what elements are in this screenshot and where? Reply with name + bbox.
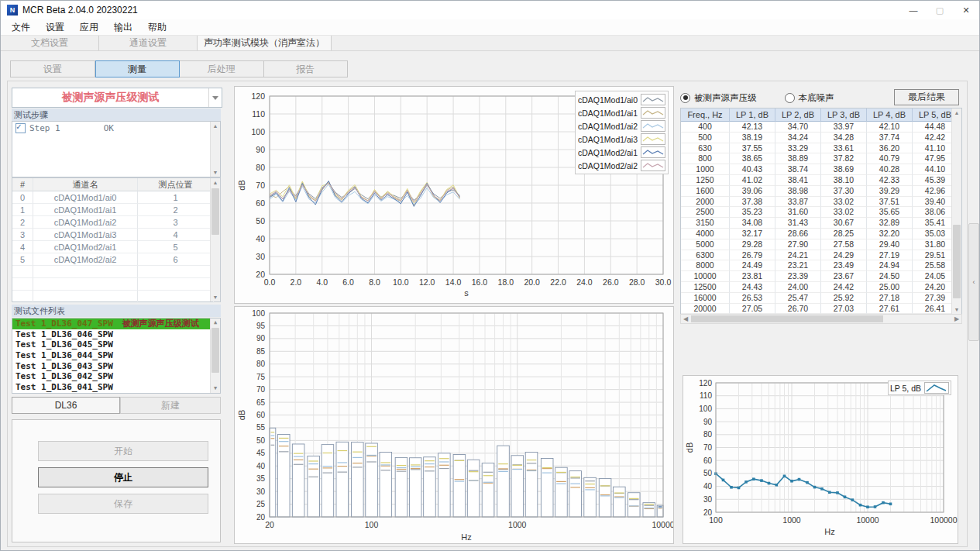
table-row[interactable]: 160039.0638.9837.3039.2942.96: [681, 186, 961, 197]
table-row[interactable]: 1cDAQ1Mod1/ai12: [12, 204, 220, 216]
table-row[interactable]: 4cDAQ1Mod2/ai15: [12, 241, 220, 253]
table-row[interactable]: 1000023.8123.3923.6724.5024.05: [681, 271, 961, 282]
channel-table-scrollbar[interactable]: ▲▼: [210, 178, 220, 301]
table-row[interactable]: 1600026.5325.4725.9227.1827.39: [681, 293, 961, 304]
table-row[interactable]: 50038.1934.2434.2837.7442.42: [681, 133, 961, 143]
scroll-up-arrow-icon[interactable]: ▲: [952, 108, 961, 117]
project-button[interactable]: DL36: [12, 397, 120, 414]
collapse-panel-handle[interactable]: ‹: [968, 223, 979, 341]
menu-item[interactable]: 帮助: [140, 19, 174, 35]
file-list-item[interactable]: Test 1_DL36_045_SPW: [12, 339, 220, 350]
scroll-up-arrow-icon[interactable]: ▲: [211, 122, 220, 130]
radio-source-levels[interactable]: [680, 93, 690, 103]
table-row[interactable]: 63037.5533.2933.6136.2041.10: [681, 143, 961, 154]
table-cell: 800: [681, 153, 730, 164]
vscroll-thumb[interactable]: [211, 328, 219, 373]
step-list-scrollbar[interactable]: ▲▼: [210, 122, 220, 177]
file-list-item[interactable]: Test 1_DL36_044_SPW: [12, 350, 220, 361]
table-row[interactable]: 315034.0831.4330.6732.8935.41: [681, 218, 961, 229]
scroll-right-arrow-icon[interactable]: ▶: [952, 315, 961, 323]
sub-tab[interactable]: 设置: [10, 60, 95, 77]
file-list-item[interactable]: Test 1_DL36_046_SPW: [12, 329, 220, 340]
step-row[interactable]: Step 1OK: [12, 122, 220, 135]
table-row[interactable]: 100040.4338.7438.6940.2844.10: [681, 164, 961, 175]
table-row[interactable]: 5cDAQ1Mod2/ai26: [12, 253, 220, 266]
main-tab[interactable]: 文档设置: [1, 36, 99, 50]
channel-table[interactable]: #通道名测点位置0cDAQ1Mod1/ai011cDAQ1Mod1/ai122c…: [12, 177, 221, 302]
table-row[interactable]: 200037.3833.8733.0237.5139.40: [681, 197, 961, 208]
radio-source-label[interactable]: 被测声源声压级: [694, 92, 757, 104]
svg-text:30: 30: [703, 495, 713, 504]
chevron-down-icon[interactable]: [208, 88, 222, 107]
table-row[interactable]: 2000027.0526.7027.0327.6126.41: [681, 304, 961, 315]
svg-text:24.0: 24.0: [576, 277, 593, 287]
test-type-dropdown[interactable]: 被测声源声压级测试: [12, 88, 222, 108]
scroll-down-arrow-icon[interactable]: ▼: [952, 305, 961, 314]
svg-text:dB: dB: [237, 410, 246, 420]
svg-text:100: 100: [365, 520, 379, 529]
table-row[interactable]: 3cDAQ1Mod1/ai34: [12, 229, 220, 241]
save-button[interactable]: 保存: [38, 494, 208, 514]
new-button[interactable]: 新建: [120, 397, 221, 414]
table-cell: 40.28: [867, 164, 913, 175]
table-row[interactable]: 0cDAQ1Mod1/ai01: [12, 191, 220, 204]
main-tab[interactable]: 声功率测试模块（消声室法）: [198, 36, 332, 50]
table-row[interactable]: 800024.4923.2123.4924.9425.58: [681, 260, 961, 271]
close-button[interactable]: ✕: [953, 1, 979, 19]
sub-tab[interactable]: 报告: [264, 60, 349, 77]
scroll-down-arrow-icon[interactable]: ▼: [211, 293, 220, 301]
table-row[interactable]: 40042.1334.7033.9742.1044.48: [681, 122, 961, 133]
file-list-item[interactable]: Test 1_DL36_041_SPW: [12, 382, 220, 393]
file-list-item[interactable]: Test 1_DL36_047_SPW被测声源声压级测试: [12, 319, 220, 329]
radio-noise-label[interactable]: 本底噪声: [799, 92, 834, 104]
scroll-up-arrow-icon[interactable]: ▲: [211, 178, 220, 187]
vscroll-thumb[interactable]: [211, 188, 219, 235]
menu-item[interactable]: 输出: [106, 19, 140, 35]
table-row[interactable]: 1250024.4324.0024.4225.0024.20: [681, 282, 961, 293]
svg-text:22.0: 22.0: [550, 277, 566, 287]
start-button[interactable]: 开始: [38, 441, 208, 461]
menu-item[interactable]: 应用: [72, 19, 106, 35]
test-file-list[interactable]: Test 1_DL36_047_SPW被测声源声压级测试Test 1_DL36_…: [12, 318, 221, 394]
vscroll-thumb[interactable]: [953, 225, 961, 298]
legend-item[interactable]: cDAQ1Mod1/ai2: [578, 119, 665, 133]
file-list-item[interactable]: Test 1_DL36_043_SPW: [12, 361, 220, 372]
scroll-down-arrow-icon[interactable]: ▼: [211, 168, 220, 177]
levels-table[interactable]: Freq., HzLP 1, dBLP 2, dBLP 3, dBLP 4, d…: [680, 108, 962, 315]
final-result-button[interactable]: 最后结果: [894, 89, 959, 105]
step-list[interactable]: Step 1OK▲▼: [12, 121, 221, 177]
checkbox-checked-icon[interactable]: [15, 123, 26, 133]
hscroll-thumb[interactable]: [691, 315, 883, 322]
svg-text:90: 90: [256, 334, 266, 343]
file-list-scrollbar[interactable]: ▲▼: [210, 319, 220, 393]
levels-table-scrollbar[interactable]: ▲▼: [951, 108, 961, 314]
menu-item[interactable]: 文件: [4, 19, 38, 35]
stop-button[interactable]: 停止: [38, 467, 208, 487]
main-tab[interactable]: 通道设置: [99, 36, 198, 50]
menu-item[interactable]: 设置: [38, 19, 72, 35]
table-row[interactable]: 500029.2827.9027.5829.4031.80: [681, 239, 961, 250]
table-row[interactable]: 630026.7924.2124.2927.1929.51: [681, 250, 961, 261]
legend-item[interactable]: cDAQ1Mod1/ai3: [578, 133, 665, 146]
table-row[interactable]: 250035.2331.6033.0235.6538.06: [681, 207, 961, 218]
table-row[interactable]: 2cDAQ1Mod1/ai23: [12, 216, 220, 229]
table-row[interactable]: 80038.6538.8937.8240.7947.95: [681, 153, 961, 164]
scroll-down-arrow-icon[interactable]: ▼: [211, 384, 220, 393]
levels-table-hscrollbar[interactable]: ◀ ▶: [680, 314, 962, 324]
scroll-left-arrow-icon[interactable]: ◀: [681, 315, 690, 323]
radio-background-noise[interactable]: [785, 93, 795, 103]
legend-item[interactable]: cDAQ1Mod1/ai0: [578, 93, 665, 106]
minimize-button[interactable]: —: [900, 1, 927, 19]
table-row[interactable]: 125041.0238.4138.1042.3345.39: [681, 175, 961, 186]
maximize-button[interactable]: ▢: [927, 1, 953, 19]
table-cell: [33, 266, 138, 278]
file-list-item[interactable]: Test 1_DL36_042_SPW: [12, 371, 220, 382]
table-row[interactable]: 400032.1728.6628.2532.2035.03: [681, 229, 961, 239]
legend-item[interactable]: cDAQ1Mod2/ai2: [578, 159, 665, 172]
legend-item[interactable]: cDAQ1Mod1/ai1: [578, 106, 665, 119]
scroll-up-arrow-icon[interactable]: ▲: [211, 319, 220, 327]
file-tag: 被测声源声压级测试: [122, 319, 199, 329]
sub-tab[interactable]: 测量: [95, 60, 181, 77]
legend-item[interactable]: cDAQ1Mod2/ai1: [578, 146, 665, 159]
sub-tab[interactable]: 后处理: [180, 60, 264, 77]
